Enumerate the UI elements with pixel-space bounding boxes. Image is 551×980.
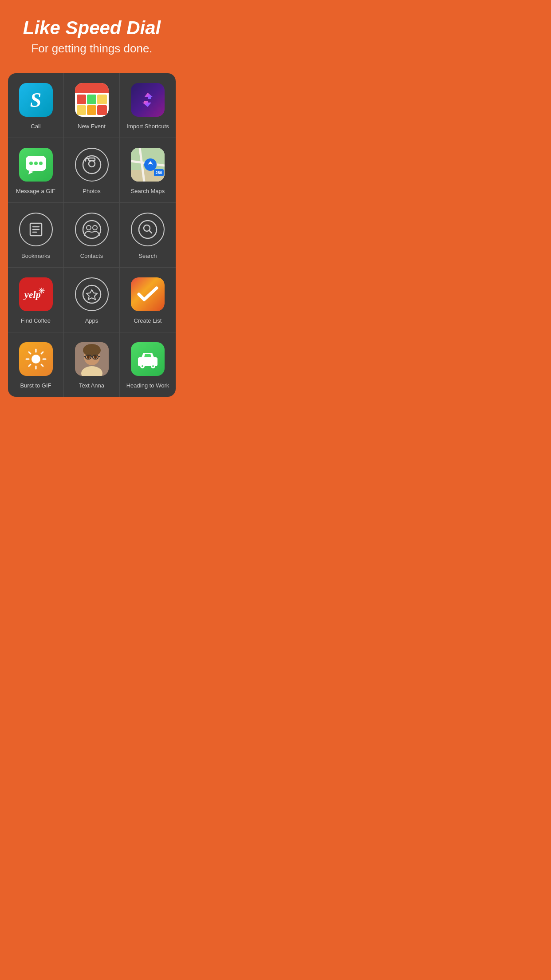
heading-work-icon: [131, 342, 165, 376]
contacts-icon: [75, 213, 109, 246]
heading-work-label: Heading to Work: [126, 382, 169, 389]
call-label: Call: [31, 123, 40, 130]
svg-point-24: [41, 290, 43, 292]
find-coffee-label: Find Coffee: [21, 317, 51, 324]
svg-text:280: 280: [155, 170, 162, 175]
call-icon: S: [19, 83, 53, 117]
grid-item-photos[interactable]: Photos: [64, 138, 120, 203]
import-shortcuts-label: Import Shortcuts: [126, 123, 169, 130]
svg-line-42: [41, 364, 43, 366]
svg-point-19: [139, 221, 157, 238]
text-anna-icon: [75, 342, 109, 376]
svg-point-5: [89, 161, 95, 167]
grid-item-import-shortcuts[interactable]: Import Shortcuts: [120, 73, 176, 138]
header: Like Speed Dial For getting things done.: [0, 0, 184, 69]
svg-line-54: [84, 356, 86, 357]
svg-point-60: [152, 365, 154, 367]
shortcuts-grid-container: S Call New Event: [8, 73, 176, 397]
grid-item-new-event[interactable]: New Event: [64, 73, 120, 138]
burst-gif-icon: [19, 342, 53, 376]
search-maps-icon: 280: [131, 148, 165, 182]
import-shortcuts-icon: [131, 83, 165, 117]
search-icon: [131, 213, 165, 246]
svg-line-43: [41, 352, 43, 354]
svg-marker-34: [87, 290, 97, 300]
message-gif-icon: [19, 148, 53, 182]
grid-item-create-list[interactable]: Create List: [120, 268, 176, 332]
shortcuts-grid: S Call New Event: [8, 73, 176, 397]
message-gif-label: Message a GIF: [16, 188, 55, 194]
svg-point-16: [83, 221, 101, 238]
create-list-icon: [131, 277, 165, 311]
svg-point-18: [93, 225, 97, 230]
search-label: Search: [138, 253, 157, 259]
header-title: Like Speed Dial: [9, 18, 175, 38]
new-event-icon: [75, 83, 109, 117]
grid-item-contacts[interactable]: Contacts: [64, 203, 120, 268]
svg-point-1: [29, 162, 33, 165]
apps-icon: [75, 277, 109, 311]
grid-item-bookmarks[interactable]: Bookmarks: [8, 203, 64, 268]
find-coffee-icon: yelp: [19, 277, 53, 311]
grid-item-text-anna[interactable]: Text Anna: [64, 332, 120, 397]
svg-line-41: [29, 352, 31, 354]
svg-line-55: [98, 356, 100, 357]
contacts-label: Contacts: [80, 253, 103, 259]
bookmarks-icon: [19, 213, 53, 246]
svg-rect-6: [89, 158, 95, 161]
grid-item-heading-work[interactable]: Heading to Work: [120, 332, 176, 397]
svg-line-44: [29, 364, 31, 366]
svg-point-8: [144, 158, 157, 171]
text-anna-label: Text Anna: [79, 382, 104, 389]
svg-point-3: [39, 162, 43, 165]
bookmarks-label: Bookmarks: [21, 253, 50, 259]
svg-point-33: [83, 285, 101, 303]
grid-item-search-maps[interactable]: 280 Search Maps: [120, 138, 176, 203]
header-subtitle: For getting things done.: [9, 42, 175, 55]
create-list-label: Create List: [134, 317, 162, 324]
svg-point-47: [83, 344, 101, 356]
svg-point-59: [142, 365, 143, 367]
photos-icon: [75, 148, 109, 182]
svg-point-36: [31, 355, 40, 364]
search-maps-label: Search Maps: [131, 188, 165, 194]
burst-gif-label: Burst to GIF: [20, 382, 51, 389]
grid-item-find-coffee[interactable]: yelp: [8, 268, 64, 332]
grid-item-search[interactable]: Search: [120, 203, 176, 268]
svg-text:yelp: yelp: [23, 289, 41, 300]
grid-item-apps[interactable]: Apps: [64, 268, 120, 332]
new-event-label: New Event: [78, 123, 106, 130]
grid-item-message-gif[interactable]: Message a GIF: [8, 138, 64, 203]
grid-item-call[interactable]: S Call: [8, 73, 64, 138]
grid-item-burst-gif[interactable]: Burst to GIF: [8, 332, 64, 397]
photos-label: Photos: [83, 188, 100, 194]
apps-label: Apps: [85, 317, 98, 324]
svg-point-2: [34, 162, 38, 165]
svg-point-49: [87, 355, 90, 359]
svg-line-21: [149, 230, 152, 233]
svg-point-50: [94, 355, 97, 359]
svg-point-17: [87, 225, 91, 230]
